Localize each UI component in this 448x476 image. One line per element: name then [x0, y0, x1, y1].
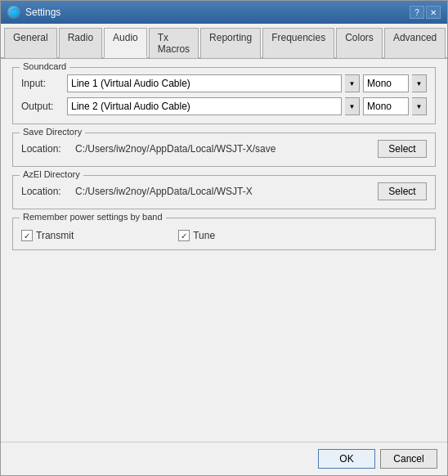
azel-path: C:/Users/iw2noy/AppData/Local/WSJT-X: [75, 186, 373, 197]
transmit-checkbox-item: ✓ Transmit: [21, 230, 74, 241]
tab-frequencies[interactable]: Frequencies: [262, 28, 334, 58]
output-combo-arrow[interactable]: ▼: [345, 97, 360, 115]
title-bar: 🌐 Settings ? ✕: [1, 1, 447, 24]
soundcard-group: Soundcard Input: Line 1 (Virtual Audio C…: [12, 67, 436, 124]
azel-location-label: Location:: [21, 186, 70, 197]
azel-location-row: Location: C:/Users/iw2noy/AppData/Local/…: [21, 182, 427, 200]
checkbox-row: ✓ Transmit ✓ Tune: [21, 230, 427, 241]
tab-advanced[interactable]: Advanced: [384, 28, 446, 58]
azel-directory-group: AzEl Directory Location: C:/Users/iw2noy…: [12, 175, 436, 209]
tab-bar: General Radio Audio Tx Macros Reporting …: [1, 24, 447, 59]
title-bar-left: 🌐 Settings: [7, 6, 60, 19]
window-icon: 🌐: [7, 6, 20, 19]
input-combo[interactable]: Line 1 (Virtual Audio Cable): [67, 74, 342, 92]
input-row: Input: Line 1 (Virtual Audio Cable) ▼ Mo…: [21, 74, 427, 92]
output-label: Output:: [21, 101, 62, 112]
output-mode-arrow[interactable]: ▼: [412, 97, 427, 115]
tab-reporting[interactable]: Reporting: [200, 28, 261, 58]
save-path: C:/Users/iw2noy/AppData/Local/WSJT-X/sav…: [75, 143, 373, 155]
save-directory-group: Save Directory Location: C:/Users/iw2noy…: [12, 132, 436, 167]
azel-directory-label: AzEl Directory: [20, 169, 83, 179]
save-select-button[interactable]: Select: [378, 140, 427, 158]
output-combo-wrap: Line 2 (Virtual Audio Cable) ▼ Mono ▼: [67, 97, 427, 115]
tab-audio[interactable]: Audio: [104, 28, 147, 58]
output-row: Output: Line 2 (Virtual Audio Cable) ▼ M…: [21, 97, 427, 115]
input-combo-wrap: Line 1 (Virtual Audio Cable) ▼ Mono ▼: [67, 74, 427, 92]
tab-tx-macros[interactable]: Tx Macros: [149, 28, 199, 58]
close-button[interactable]: ✕: [426, 6, 441, 19]
settings-window: 🌐 Settings ? ✕ General Radio Audio Tx Ma…: [0, 0, 448, 476]
tab-radio[interactable]: Radio: [59, 28, 102, 58]
tune-checkbox-item: ✓ Tune: [178, 230, 215, 241]
input-label: Input:: [21, 78, 62, 89]
input-mode-arrow[interactable]: ▼: [412, 74, 427, 92]
soundcard-label: Soundcard: [20, 61, 69, 71]
footer: OK Cancel: [1, 442, 447, 475]
save-location-row: Location: C:/Users/iw2noy/AppData/Local/…: [21, 140, 427, 158]
cancel-button[interactable]: Cancel: [380, 449, 437, 469]
title-bar-buttons: ? ✕: [410, 6, 441, 19]
tab-content: Soundcard Input: Line 1 (Virtual Audio C…: [1, 59, 447, 442]
azel-select-button[interactable]: Select: [378, 182, 427, 200]
tab-general[interactable]: General: [4, 28, 57, 58]
save-location-label: Location:: [21, 143, 70, 155]
power-settings-label: Remember power settings by band: [20, 212, 166, 222]
transmit-checkbox[interactable]: ✓: [21, 230, 33, 241]
tab-colors[interactable]: Colors: [336, 28, 383, 58]
transmit-label: Transmit: [36, 230, 74, 241]
window-title: Settings: [25, 7, 60, 18]
ok-button[interactable]: OK: [318, 449, 375, 469]
input-mode-combo[interactable]: Mono: [363, 74, 409, 92]
output-mode-combo[interactable]: Mono: [363, 97, 409, 115]
output-combo[interactable]: Line 2 (Virtual Audio Cable): [67, 97, 342, 115]
input-combo-arrow[interactable]: ▼: [345, 74, 360, 92]
help-button[interactable]: ?: [410, 6, 424, 19]
tune-label: Tune: [193, 230, 215, 241]
tune-checkbox[interactable]: ✓: [178, 230, 190, 241]
power-settings-group: Remember power settings by band ✓ Transm…: [12, 218, 436, 250]
save-directory-label: Save Directory: [20, 127, 85, 137]
